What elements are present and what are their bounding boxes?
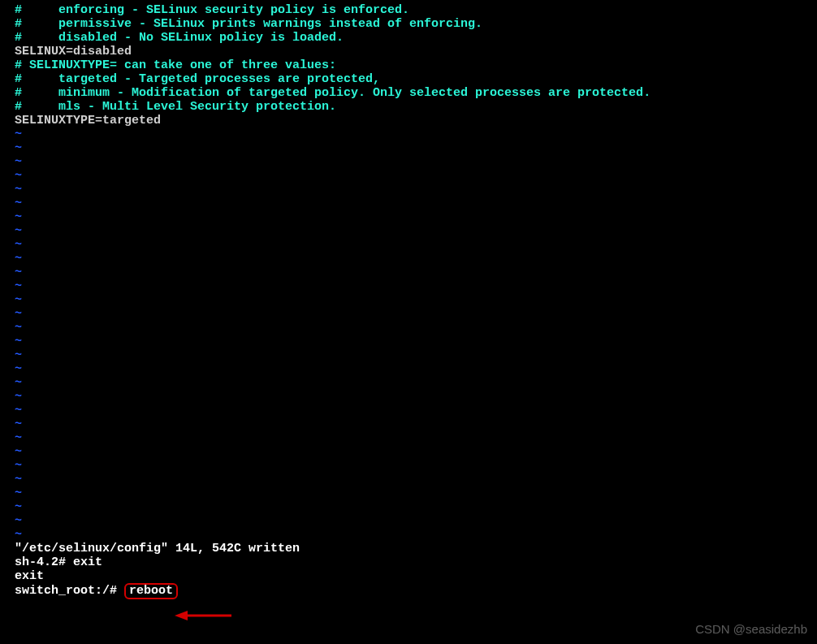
annotation-arrow-icon <box>175 607 231 624</box>
vi-tilde: ~ <box>15 252 22 266</box>
vi-tilde: ~ <box>15 128 22 141</box>
vi-status-line: "/etc/selinux/config" 14L, 542C written <box>15 542 300 555</box>
vi-tilde: ~ <box>15 279 22 293</box>
vi-tilde: ~ <box>15 528 22 542</box>
vi-tilde: ~ <box>15 266 22 279</box>
vi-tilde: ~ <box>15 169 22 183</box>
vi-tilde: ~ <box>15 362 22 376</box>
vi-tilde: ~ <box>15 473 22 486</box>
config-line: SELINUX=disabled <box>15 45 132 58</box>
config-line: # targeted - Targeted processes are prot… <box>15 72 380 86</box>
config-line: SELINUXTYPE=targeted <box>15 114 161 128</box>
vi-tilde: ~ <box>15 500 22 514</box>
config-line: # permissive - SELinux prints warnings i… <box>15 17 482 31</box>
vi-tilde: ~ <box>15 486 22 500</box>
config-line: # SELINUXTYPE= can take one of three val… <box>15 58 336 72</box>
vi-tilde: ~ <box>15 183 22 197</box>
config-line: # disabled - No SELinux policy is loaded… <box>15 31 344 45</box>
shell-prompt: switch_root:/# <box>15 584 124 598</box>
vi-tilde: ~ <box>15 321 22 335</box>
vi-tilde: ~ <box>15 445 22 459</box>
config-line: # enforcing - SELinux security policy is… <box>15 3 409 17</box>
vi-tilde: ~ <box>15 155 22 169</box>
vi-tilde: ~ <box>15 335 22 348</box>
vi-tilde: ~ <box>15 210 22 224</box>
reboot-command-highlight[interactable]: reboot <box>124 583 178 599</box>
vi-empty-lines: ~~~~~~~~~~~~~~~~~~~~~~~~~~~~~~ <box>15 128 817 542</box>
vi-tilde: ~ <box>15 307 22 321</box>
shell-output: exit <box>15 569 44 583</box>
watermark-text: CSDN @seasidezhb <box>695 622 807 636</box>
config-line: # mls - Multi Level Security protection. <box>15 100 336 114</box>
vi-tilde: ~ <box>15 197 22 210</box>
vi-tilde: ~ <box>15 238 22 252</box>
vi-tilde: ~ <box>15 390 22 404</box>
config-line: # minimum - Modification of targeted pol… <box>15 86 651 100</box>
config-file-body: # enforcing - SELinux security policy is… <box>15 3 817 128</box>
vi-tilde: ~ <box>15 293 22 307</box>
vi-tilde: ~ <box>15 459 22 473</box>
vi-tilde: ~ <box>15 431 22 445</box>
terminal-window[interactable]: # enforcing - SELinux security policy is… <box>0 0 817 644</box>
shell-prompt: sh-4.2# <box>15 555 73 569</box>
vi-tilde: ~ <box>15 224 22 238</box>
vi-tilde: ~ <box>15 417 22 431</box>
vi-tilde: ~ <box>15 404 22 417</box>
vi-tilde: ~ <box>15 141 22 155</box>
svg-marker-1 <box>175 611 188 620</box>
vi-tilde: ~ <box>15 376 22 390</box>
vi-tilde: ~ <box>15 348 22 362</box>
shell-command[interactable]: exit <box>73 555 102 569</box>
vi-tilde: ~ <box>15 514 22 528</box>
